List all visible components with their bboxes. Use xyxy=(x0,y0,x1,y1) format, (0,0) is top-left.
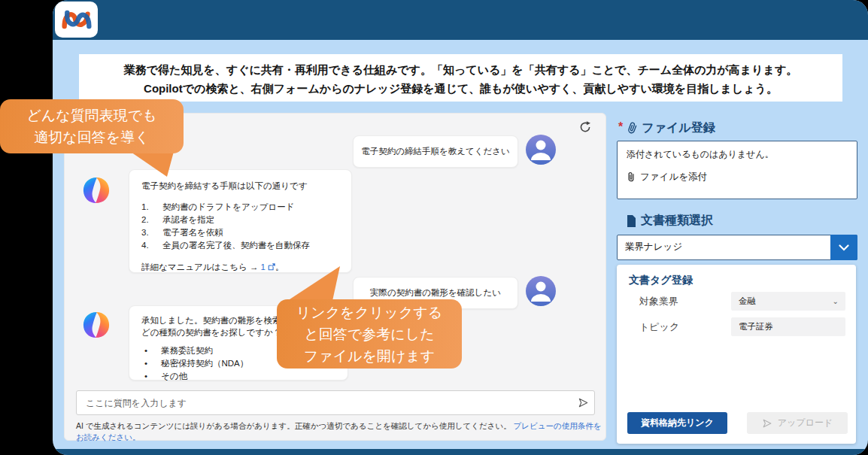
paperclip-icon xyxy=(627,171,636,183)
step-item: 3.電子署名を依頼 xyxy=(141,226,339,239)
wave-logo-icon xyxy=(59,5,95,35)
callout-bottom-line3: ファイルを開けます xyxy=(277,345,462,367)
attach-file-label: ファイルを添付 xyxy=(640,171,707,184)
bot1-steps: 1.契約書のドラフトをアップロード 2.承認者を指定 3.電子署名を依頼 4.全… xyxy=(141,201,339,252)
bullet: • xyxy=(141,370,161,383)
callout-top-tail xyxy=(113,149,181,179)
upload-button-label: アップロード xyxy=(778,417,833,429)
callout-bottom: リンクをクリックする と回答で参考にした ファイルを開けます xyxy=(277,299,462,369)
top-header-bar xyxy=(53,0,868,40)
callout-top-line1: どんな質問表現でも xyxy=(0,105,184,126)
callout-bottom-line1: リンクをクリックする xyxy=(277,302,462,323)
no-attachment-text: 添付されているものはありません。 xyxy=(627,148,848,161)
option-item: •その他 xyxy=(141,370,335,383)
dropdown-button[interactable] xyxy=(830,235,857,260)
callout-top: どんな質問表現でも 適切な回答を導く xyxy=(0,99,184,153)
copilot-logo-icon xyxy=(82,176,111,205)
banner-line2: Copilotでの検索と、右側フォームからのナレッジ登録を通じて、誰もが使いやす… xyxy=(79,79,842,98)
bottom-bar xyxy=(53,449,868,455)
bot-message-1: 電子契約を締結する手順は以下の通りです 1.契約書のドラフトをアップロード 2.… xyxy=(129,169,352,273)
person-icon xyxy=(526,276,556,306)
step-item: 2.承認者を指定 xyxy=(141,214,339,226)
screenshot-stage: 業務で得た知見を、すぐに共有・再利用できる仕組みです。「知っている」を「共有する… xyxy=(0,0,868,455)
ai-disclaimer: AI で生成されるコンテンツには誤りがある場合があります。正確かつ適切であること… xyxy=(76,420,604,443)
step-num: 4. xyxy=(141,239,162,252)
industry-label: 対象業界 xyxy=(639,295,678,308)
file-section-header: * ファイル登録 xyxy=(618,120,715,136)
attach-file-button[interactable]: ファイルを添付 xyxy=(627,171,848,184)
callout-bottom-tail xyxy=(280,265,351,302)
step-text: 全員の署名完了後、契約書を自動保存 xyxy=(162,239,310,252)
callout-top-line2: 適切な回答を導く xyxy=(0,126,184,148)
file-attachment-box: 添付されているものはありません。 ファイルを添付 xyxy=(617,141,857,199)
callout-bottom-line2: と回答で参考にした xyxy=(277,323,462,345)
storage-link-button[interactable]: 資料格納先リンク xyxy=(627,412,727,434)
step-text: 契約書のドラフトをアップロード xyxy=(162,201,294,214)
topic-field[interactable]: 電子証券 xyxy=(731,317,845,336)
bot1-intro: 電子契約を締結する手順は以下の通りです xyxy=(141,180,339,192)
doctype-selected-value: 業界ナレッジ xyxy=(625,235,682,259)
step-text: 電子署名を依頼 xyxy=(162,226,223,239)
refresh-icon[interactable] xyxy=(578,120,593,135)
paperclip-icon xyxy=(625,120,640,136)
bullet: • xyxy=(141,344,161,357)
disclaimer-text: AI で生成されるコンテンツには誤りがある場合があります。正確かつ適切であること… xyxy=(76,421,514,430)
manual-link[interactable]: 1 xyxy=(261,262,266,271)
user-avatar xyxy=(526,276,556,306)
doctype-dropdown[interactable]: 業界ナレッジ xyxy=(617,235,857,260)
person-icon xyxy=(526,135,556,165)
doc-tag-card: 文書タグ登録 対象業界 金融 ⌄ トピック 電子証券 資料格納先リンク アップロ… xyxy=(617,265,856,444)
copilot-logo-icon xyxy=(82,311,111,339)
step-num: 2. xyxy=(141,214,162,226)
external-link-icon[interactable] xyxy=(268,262,275,274)
user-message-2-text: 実際の契約書の雛形を確認したい xyxy=(370,287,501,299)
topic-label: トピック xyxy=(639,320,679,334)
required-asterisk: * xyxy=(618,122,623,132)
chevron-down-icon xyxy=(839,244,849,251)
step-num: 3. xyxy=(141,226,162,239)
doctype-section-title: 文書種類選択 xyxy=(641,213,713,229)
doctype-section-header: 文書種類選択 xyxy=(627,213,713,229)
user-message-1: 電子契約の締結手順を教えてください xyxy=(353,135,518,168)
upload-button[interactable]: アップロード xyxy=(747,412,848,434)
option-text: 秘密保持契約（NDA） xyxy=(161,357,248,370)
topic-value: 電子証券 xyxy=(739,322,773,331)
bullet: • xyxy=(141,357,161,370)
brand-logo xyxy=(55,2,98,38)
question-input-bar xyxy=(76,390,595,415)
send-icon xyxy=(762,418,772,429)
banner-line1: 業務で得た知見を、すぐに共有・再利用できる仕組みです。「知っている」を「共有する… xyxy=(79,60,842,79)
app-window: 業務で得た知見を、すぐに共有・再利用できる仕組みです。「知っている」を「共有する… xyxy=(53,0,868,455)
option-text: その他 xyxy=(161,370,187,383)
user-message-1-text: 電子契約の締結手順を教えてください xyxy=(361,146,510,157)
document-icon xyxy=(627,215,636,227)
manual-prefix: 詳細なマニュアルはこちら → xyxy=(141,262,261,271)
option-text: 業務委託契約 xyxy=(161,344,213,357)
send-icon[interactable] xyxy=(572,391,594,414)
doc-tag-title: 文書タグ登録 xyxy=(629,274,693,287)
info-banner: 業務で得た知見を、すぐに共有・再利用できる仕組みです。「知っている」を「共有する… xyxy=(79,54,842,102)
step-item: 1.契約書のドラフトをアップロード xyxy=(141,201,339,214)
user-avatar xyxy=(526,135,556,165)
file-section-title: ファイル登録 xyxy=(642,120,715,136)
chevron-down-icon: ⌄ xyxy=(833,292,839,311)
industry-dropdown[interactable]: 金融 ⌄ xyxy=(731,292,845,311)
industry-value: 金融 xyxy=(739,296,756,305)
step-item: 4.全員の署名完了後、契約書を自動保存 xyxy=(141,239,339,252)
step-text: 承認者を指定 xyxy=(162,214,214,226)
question-input[interactable] xyxy=(77,398,572,408)
step-num: 1. xyxy=(141,201,162,214)
